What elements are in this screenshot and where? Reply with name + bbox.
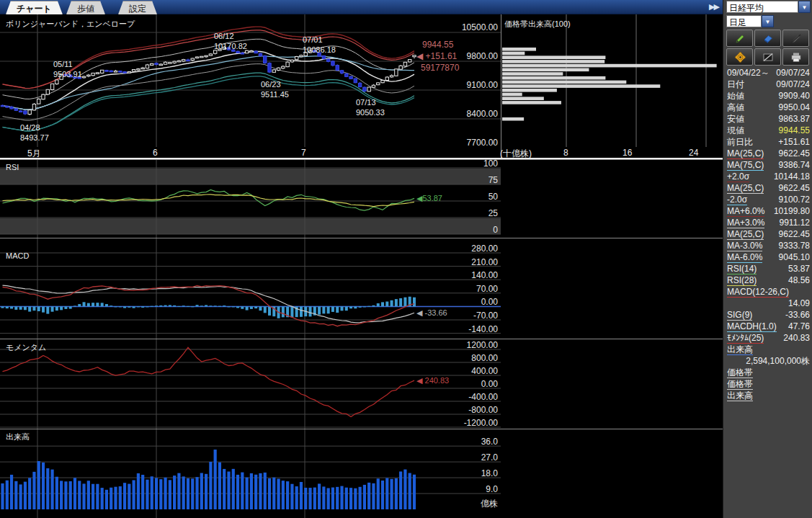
eraser-icon[interactable] — [754, 30, 781, 47]
sidebar-row: -2.0σ9100.72 — [726, 195, 811, 206]
sidebar-row: 現値9944.55 — [726, 125, 811, 137]
volume-by-price-chart[interactable] — [501, 14, 723, 147]
main-chart-title: ボリンジャーバンド，エンベロープ — [6, 19, 135, 30]
sidebar-row-value: 10199.80 — [774, 206, 810, 218]
sidebar-row-label[interactable]: RSI(14) — [727, 264, 757, 275]
sidebar-row-label[interactable]: MACD(12-26,C) — [727, 287, 789, 298]
sidebar-row-label: 安値 — [727, 114, 744, 125]
macd-chart[interactable]: 280.00210.00140.0070.000.00-70.00-140.00… — [0, 238, 723, 339]
sidebar-row-label[interactable]: -2.0σ — [727, 195, 747, 206]
chart-area: ボリンジャーバンド，エンベロープ 価格帯出来高(100) RSI MACD モメ… — [0, 14, 723, 518]
sidebar-row-label[interactable]: MA(75,C) — [727, 160, 764, 171]
sidebar-row-label[interactable]: 出来高 — [727, 390, 753, 402]
svg-text:9511.45: 9511.45 — [261, 90, 289, 99]
svg-text:07/13: 07/13 — [356, 98, 376, 107]
candlestick-chart[interactable]: 10500.009800.009100.008400.007700.0004/2… — [0, 14, 501, 147]
sidebar-row-value: 14.09 — [788, 298, 810, 310]
svg-text:◀ 240.83: ◀ 240.83 — [416, 376, 449, 385]
sidebar-row-label: 09/04/22～ — [727, 68, 769, 79]
sidebar-row: RSI(14)53.87 — [726, 264, 811, 275]
sidebar-row: 安値9863.87 — [726, 114, 811, 125]
volume-chart[interactable]: 36.027.018.09.0億株 — [0, 429, 723, 518]
symbol-dropdown-button[interactable]: ▼ — [798, 1, 811, 13]
sidebar-row: 価格帯 — [726, 367, 811, 379]
sidebar-row-label[interactable]: RSI(28) — [727, 275, 757, 287]
indicator-values-table: 09/04/22～09/07/24日付09/07/24始値9909.40高値99… — [726, 68, 811, 402]
svg-text:210.00: 210.00 — [471, 257, 498, 267]
sidebar-row-label[interactable]: SIG(9) — [727, 310, 752, 321]
sidebar-row-label[interactable]: 出来高 — [727, 344, 753, 356]
sidebar-row-value: 9911.12 — [780, 218, 811, 229]
fast-forward-icon[interactable]: ▶▶ — [709, 2, 718, 12]
svg-text:-140.00: -140.00 — [468, 324, 498, 334]
sidebar-row: 日付09/07/24 — [726, 79, 811, 91]
tab-quotes-label: 歩値 — [77, 4, 94, 14]
sidebar-row: MA+6.0%10199.80 — [726, 206, 811, 218]
sidebar-row-label: 高値 — [727, 102, 744, 114]
svg-text:50: 50 — [488, 192, 499, 202]
sidebar-row-label[interactable]: MA(25,C) — [727, 183, 764, 195]
tab-chart-label: チャート — [17, 4, 52, 14]
rsi-panel-label: RSI — [6, 163, 19, 171]
svg-text:18.0: 18.0 — [481, 468, 499, 478]
data-sidebar: 日経平均 ▼ 日足 ▼ — [723, 0, 812, 518]
sidebar-row-value: 2,594,100,000株 — [746, 356, 810, 367]
pencil-disabled-icon[interactable] — [782, 30, 809, 47]
sidebar-row: MA-6.0%9045.10 — [726, 252, 811, 264]
sidebar-row-label: 前日比 — [727, 137, 753, 148]
sidebar-row-label[interactable]: MA+3.0% — [727, 218, 764, 229]
sidebar-row-label: 現値 — [727, 125, 744, 137]
sidebar-row-label[interactable]: +2.0σ — [727, 171, 749, 183]
sidebar-row-label[interactable]: 価格帯 — [727, 379, 753, 390]
sidebar-row-value: 9100.72 — [779, 195, 810, 206]
sidebar-row-label[interactable]: 価格帯 — [727, 367, 753, 379]
svg-text:280.00: 280.00 — [471, 244, 498, 254]
sidebar-row: 2,594,100,000株 — [726, 356, 811, 367]
chart-column: チャート 歩値 設定 ▶▶ ボリンジャーバンド，エンベロープ 価格帯出来高(10… — [0, 0, 723, 518]
sidebar-row-value: 09/07/24 — [776, 79, 810, 91]
svg-text:9050.33: 9050.33 — [356, 108, 385, 117]
sidebar-row: RSI(28)48.56 — [726, 275, 811, 287]
svg-text:400.00: 400.00 — [471, 366, 498, 376]
tab-settings[interactable]: 設定 — [118, 1, 157, 14]
svg-text:9800.00: 9800.00 — [467, 51, 499, 61]
sidebar-row-label[interactable]: MA-6.0% — [727, 252, 762, 264]
svg-text:59177870: 59177870 — [421, 63, 460, 73]
sidebar-row-value: 9863.87 — [779, 114, 810, 125]
sidebar-row-label[interactable]: ﾓﾒﾝﾀﾑ(25) — [727, 333, 764, 344]
sidebar-row-value: 9622.45 — [779, 148, 810, 160]
momentum-chart[interactable]: 1200.00800.00400.000.00-400.00-800.00-12… — [0, 339, 723, 429]
svg-text:140.00: 140.00 — [471, 270, 498, 280]
sidebar-row-value: 47.76 — [788, 321, 810, 333]
sidebar-row: 前日比+151.61 — [726, 137, 811, 148]
sidebar-row-value: 48.56 — [788, 275, 810, 287]
rsi-chart[interactable]: 1007550250◀53.87 — [0, 159, 723, 238]
chart-application: チャート 歩値 設定 ▶▶ ボリンジャーバンド，エンベロープ 価格帯出来高(10… — [0, 0, 812, 518]
tab-chart[interactable]: チャート — [6, 1, 63, 14]
svg-text:0: 0 — [493, 225, 498, 235]
sidebar-row-label[interactable]: MACDH(1.0) — [727, 321, 777, 333]
sidebar-row-label[interactable]: MA+6.0% — [727, 206, 764, 218]
period-value: 日足 — [726, 15, 762, 27]
sidebar-row-value: 53.87 — [788, 264, 810, 275]
chart-mode-icon[interactable] — [754, 48, 781, 66]
sidebar-row: MA+3.0%9911.12 — [726, 218, 811, 229]
sidebar-row-label[interactable]: MA(25,C) — [727, 148, 764, 160]
symbol-selector[interactable]: 日経平均 ▼ — [726, 1, 811, 13]
svg-text:-1200.00: -1200.00 — [464, 418, 499, 428]
settings-gear-icon[interactable] — [726, 48, 753, 66]
tab-quotes[interactable]: 歩値 — [66, 1, 105, 14]
vbp-panel-title: 価格帯出来高(100) — [504, 19, 571, 30]
sidebar-row: 出来高 — [726, 390, 811, 402]
period-selector[interactable]: 日足 ▼ — [726, 15, 774, 27]
svg-text:04/28: 04/28 — [20, 123, 40, 132]
print-icon[interactable] — [782, 48, 809, 66]
sidebar-row: MA-3.0%9333.78 — [726, 241, 811, 252]
volume-panel-label: 出来高 — [6, 432, 30, 442]
sidebar-row-label[interactable]: MA(25,C) — [727, 229, 764, 241]
period-dropdown-button[interactable]: ▼ — [762, 15, 774, 27]
x-axis: 5月67(十億株)81624 — [0, 147, 723, 158]
sidebar-row-label[interactable]: MA-3.0% — [727, 241, 762, 252]
sidebar-row: MA(25,C)9622.45 — [726, 229, 811, 241]
draw-pencil-icon[interactable] — [726, 30, 753, 47]
